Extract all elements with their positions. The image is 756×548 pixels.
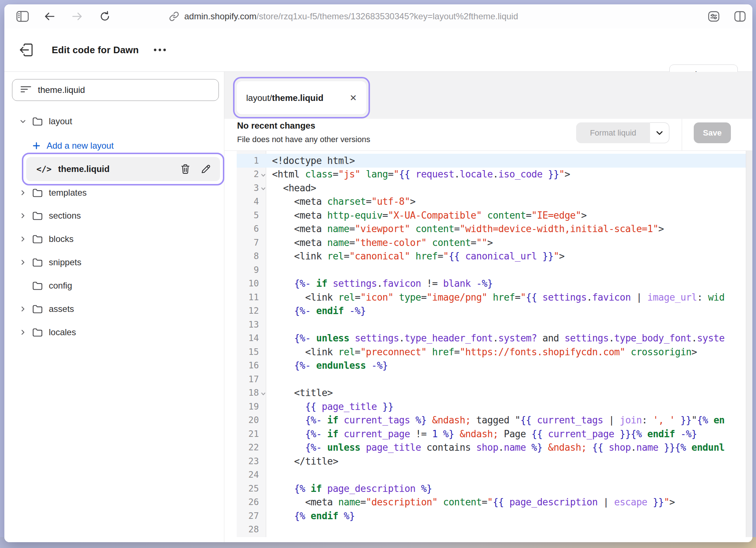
back-icon[interactable] bbox=[42, 4, 57, 28]
chevron-right-icon[interactable] bbox=[17, 328, 28, 336]
code-line[interactable]: 9 bbox=[237, 263, 746, 277]
code-line[interactable]: 24 bbox=[237, 468, 746, 482]
tab-label: layout/theme.liquid bbox=[246, 93, 350, 103]
sidebar-item-templates[interactable]: templates bbox=[4, 182, 224, 203]
reload-icon[interactable] bbox=[98, 4, 112, 28]
code-line[interactable]: 14 {%- unless settings.type_header_font.… bbox=[237, 332, 746, 345]
more-menu-icon[interactable] bbox=[153, 28, 167, 71]
code-text: <meta name="viewport" content="width=dev… bbox=[266, 223, 746, 234]
code-line[interactable]: 21 {%- if current_page != 1 %} &ndash; P… bbox=[237, 427, 746, 441]
fold-toggle-icon[interactable] bbox=[261, 172, 266, 179]
code-text: {% if page_description %} bbox=[266, 483, 746, 494]
code-line[interactable]: 26 <meta name="description" content="{{ … bbox=[237, 496, 746, 509]
item-label: blocks bbox=[49, 234, 74, 244]
code-line[interactable]: 27 {% endif %} bbox=[237, 509, 746, 523]
sidebar-item-blocks[interactable]: blocks bbox=[4, 228, 224, 250]
split-view-icon[interactable] bbox=[732, 4, 748, 28]
fold-toggle-icon[interactable] bbox=[261, 186, 266, 192]
code-text: <head> bbox=[266, 183, 746, 193]
line-number: 19 bbox=[237, 400, 266, 414]
code-line[interactable]: 6 <meta name="viewport" content="width=d… bbox=[237, 222, 746, 236]
chevron-right-icon[interactable] bbox=[17, 305, 28, 313]
plus-icon bbox=[32, 141, 41, 150]
line-number: 26 bbox=[237, 496, 266, 509]
line-number: 6 bbox=[237, 222, 266, 236]
code-line[interactable]: 12 {%- endif -%} bbox=[237, 304, 746, 318]
vertical-scrollbar[interactable] bbox=[746, 151, 752, 537]
folder-icon bbox=[32, 211, 43, 221]
sidebar-item-theme.liquid[interactable]: </>theme.liquid bbox=[26, 157, 220, 181]
line-number: 8 bbox=[237, 250, 266, 263]
code-text: <meta name="theme-color" content=""> bbox=[266, 237, 746, 248]
line-number: 11 bbox=[237, 290, 266, 304]
code-line[interactable]: 16 {%- endunless -%} bbox=[237, 359, 746, 373]
code-text: {%- unless settings.type_header_font.sys… bbox=[266, 333, 746, 344]
item-label: Add a new layout bbox=[47, 141, 114, 151]
line-number: 24 bbox=[237, 468, 266, 482]
status-title: No recent changes bbox=[237, 121, 315, 131]
close-icon[interactable]: ✕ bbox=[350, 93, 357, 103]
format-dropdown-button[interactable] bbox=[650, 122, 669, 143]
sidebar-item-snippets[interactable]: snippets bbox=[4, 252, 224, 273]
code-area[interactable]: 1<!doctype html>2<html class="js" lang="… bbox=[224, 151, 752, 537]
code-line[interactable]: 15 <link rel="preconnect" href="https://… bbox=[237, 345, 746, 359]
code-text: </title> bbox=[266, 456, 746, 467]
browser-window: admin.shopify.com/store/rzq1xu-f5/themes… bbox=[4, 4, 752, 542]
line-number: 18 bbox=[237, 386, 266, 400]
code-text: <html class="js" lang="{{ request.locale… bbox=[266, 169, 746, 180]
code-line[interactable]: 23 </title> bbox=[237, 454, 746, 468]
code-line[interactable]: 18 <title> bbox=[237, 386, 746, 400]
forward-icon bbox=[70, 4, 84, 28]
chevron-right-icon[interactable] bbox=[17, 212, 28, 220]
item-label: config bbox=[49, 281, 72, 291]
code-line[interactable]: 25 {% if page_description %} bbox=[237, 482, 746, 496]
code-line[interactable]: 17 bbox=[237, 372, 746, 386]
chevron-right-icon[interactable] bbox=[17, 235, 28, 243]
code-line[interactable]: 5 <meta http-equiv="X-UA-Compatible" con… bbox=[237, 208, 746, 222]
code-line[interactable]: 4 <meta charset="utf-8"> bbox=[237, 195, 746, 209]
chevron-right-icon[interactable] bbox=[17, 189, 28, 197]
sidebar-item-layout[interactable]: layout bbox=[4, 111, 224, 132]
code-text: <title> bbox=[266, 387, 746, 398]
code-line[interactable]: 10 {%- if settings.favicon != blank -%} bbox=[237, 277, 746, 291]
code-text: {%- if settings.favicon != blank -%} bbox=[266, 278, 746, 289]
file-tree: layoutAdd a new layout</>theme.liquidtem… bbox=[4, 72, 224, 542]
code-line[interactable]: 8 <link rel="canonical" href="{{ canonic… bbox=[237, 250, 746, 263]
code-line[interactable]: 3 <head> bbox=[237, 181, 746, 195]
code-line[interactable]: 28 bbox=[237, 523, 746, 537]
line-number: 14 bbox=[237, 332, 266, 345]
item-label: templates bbox=[49, 188, 87, 198]
code-line[interactable]: 2<html class="js" lang="{{ request.local… bbox=[237, 168, 746, 181]
item-label: locales bbox=[49, 327, 76, 337]
code-line[interactable]: 19 {{ page_title }} bbox=[237, 400, 746, 414]
url-bar[interactable]: admin.shopify.com/store/rzq1xu-f5/themes… bbox=[169, 4, 518, 28]
code-line[interactable]: 11 <link rel="icon" type="image/png" hre… bbox=[237, 290, 746, 304]
chevron-right-icon[interactable] bbox=[17, 258, 28, 266]
code-rows: 1<!doctype html>2<html class="js" lang="… bbox=[237, 154, 746, 537]
code-line[interactable]: 20 {%- if current_tags %} &ndash; tagged… bbox=[237, 414, 746, 427]
sidebar-item-config[interactable]: config bbox=[4, 275, 224, 296]
code-line[interactable]: 13 bbox=[237, 318, 746, 332]
editor-toolbar: No recent changes File does not have any… bbox=[224, 119, 752, 151]
page-settings-icon[interactable] bbox=[706, 4, 722, 28]
delete-file-icon[interactable] bbox=[179, 163, 192, 175]
save-button[interactable]: Save bbox=[694, 122, 731, 143]
format-liquid-button[interactable]: Format liquid bbox=[576, 122, 650, 143]
code-line[interactable]: 1<!doctype html> bbox=[237, 154, 746, 168]
fold-toggle-icon[interactable] bbox=[261, 391, 266, 398]
rename-file-icon[interactable] bbox=[200, 163, 212, 175]
chevron-down-icon[interactable] bbox=[17, 117, 28, 125]
tab-theme-liquid[interactable]: layout/theme.liquid ✕ bbox=[237, 81, 366, 114]
code-line[interactable]: 7 <meta name="theme-color" content=""> bbox=[237, 236, 746, 250]
url-path: /store/rzq1xu-f5/themes/132683530345?key… bbox=[256, 11, 518, 21]
sidebar-toggle-icon[interactable] bbox=[15, 4, 31, 28]
line-number: 28 bbox=[237, 523, 266, 537]
sidebar-item-sections[interactable]: sections bbox=[4, 205, 224, 226]
exit-editor-icon[interactable] bbox=[19, 43, 34, 56]
sidebar-item-assets[interactable]: assets bbox=[4, 298, 224, 320]
code-line[interactable]: 22 {%- unless page_title contains shop.n… bbox=[237, 441, 746, 455]
page-title: Edit code for Dawn bbox=[52, 28, 139, 71]
code-line[interactable]: 29 {% render 'meta-tags' %} bbox=[237, 536, 746, 537]
app-header: Edit code for Dawn Preview store bbox=[4, 28, 752, 72]
sidebar-item-locales[interactable]: locales bbox=[4, 322, 224, 343]
